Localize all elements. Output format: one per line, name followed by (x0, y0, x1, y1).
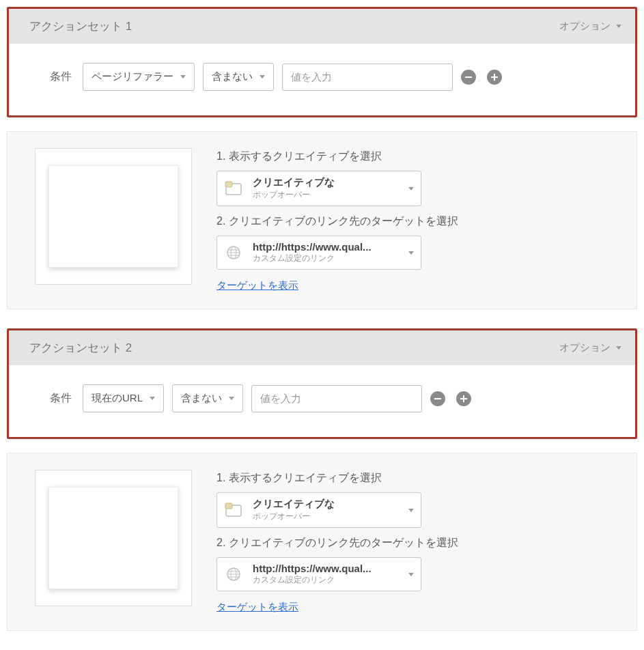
condition-operator-value: 含まない (181, 392, 222, 405)
options-dropdown[interactable]: オプション (559, 20, 621, 33)
options-label: オプション (559, 341, 611, 354)
chevron-down-icon (408, 251, 414, 255)
condition-label: 条件 (50, 70, 72, 84)
condition-row: 条件 ページリファラー 含まない (9, 44, 635, 115)
add-condition-button[interactable] (456, 391, 471, 406)
condition-value-field[interactable] (291, 71, 444, 83)
condition-value-field[interactable] (260, 393, 413, 404)
popover-icon (224, 502, 243, 518)
svg-rect-0 (465, 76, 472, 78)
chevron-down-icon (150, 397, 155, 400)
action-set-header: アクションセット 2 オプション (9, 330, 635, 365)
creative-picker-title: クリエイティブな (253, 176, 399, 189)
creative-picker[interactable]: クリエイティブな ポップオーバー (216, 492, 421, 528)
step1-label: 1. 表示するクリエイティブを選択 (216, 150, 623, 164)
condition-operator-dropdown[interactable]: 含まない (172, 384, 243, 412)
creative-thumbnail-inner (48, 487, 178, 589)
chevron-down-icon (616, 346, 621, 350)
creative-config-1: 1. 表示するクリエイティブを選択 クリエイティブな ポップオーバー 2. クリ… (7, 131, 637, 309)
svg-rect-12 (463, 395, 464, 402)
chevron-down-icon (408, 573, 414, 576)
globe-icon (224, 566, 243, 582)
minus-icon (464, 73, 473, 81)
remove-condition-button[interactable] (461, 70, 476, 85)
popover-icon (224, 180, 243, 197)
svg-rect-10 (434, 398, 441, 399)
action-set-title: アクションセット 1 (29, 18, 132, 34)
options-label: オプション (559, 20, 611, 33)
action-set-1: アクションセット 1 オプション 条件 ページリファラー 含まない (7, 7, 637, 117)
target-picker[interactable]: http://https://www.qual... カスタム設定のリンク (216, 236, 421, 270)
options-dropdown[interactable]: オプション (559, 341, 621, 354)
creative-picker-subtitle: ポップオーバー (253, 511, 399, 522)
remove-condition-button[interactable] (430, 391, 445, 406)
condition-field-value: 現在のURL (92, 392, 143, 405)
condition-field-dropdown[interactable]: 現在のURL (83, 384, 164, 412)
creative-thumbnail (35, 148, 192, 285)
globe-icon (224, 244, 243, 261)
condition-row: 条件 現在のURL 含まない (9, 365, 635, 437)
target-picker-texts: http://https://www.qual... カスタム設定のリンク (253, 563, 399, 586)
condition-field-dropdown[interactable]: ページリファラー (83, 63, 195, 91)
svg-rect-2 (494, 74, 495, 81)
target-picker-subtitle: カスタム設定のリンク (253, 253, 399, 264)
creative-picker-texts: クリエイティブな ポップオーバー (253, 176, 399, 201)
svg-rect-14 (225, 503, 232, 509)
action-set-header: アクションセット 1 オプション (9, 9, 635, 44)
condition-operator-value: 含まない (212, 70, 253, 83)
action-set-title: アクションセット 2 (29, 340, 132, 356)
condition-value-input[interactable] (282, 63, 453, 91)
creative-thumbnail (35, 470, 192, 606)
view-target-link[interactable]: ターゲットを表示 (216, 279, 623, 292)
creative-fields: 1. 表示するクリエイティブを選択 クリエイティブな ポップオーバー 2. クリ… (216, 470, 623, 614)
step1-label: 1. 表示するクリエイティブを選択 (216, 471, 623, 485)
chevron-down-icon (260, 75, 265, 79)
plus-icon (490, 73, 499, 81)
condition-operator-dropdown[interactable]: 含まない (203, 63, 274, 91)
plus-icon (460, 395, 468, 403)
view-target-link[interactable]: ターゲットを表示 (216, 601, 623, 614)
creative-config-2: 1. 表示するクリエイティブを選択 クリエイティブな ポップオーバー 2. クリ… (7, 453, 637, 631)
target-picker-title: http://https://www.qual... (253, 241, 399, 253)
target-picker-subtitle: カスタム設定のリンク (253, 574, 399, 586)
condition-field-value: ページリファラー (92, 70, 173, 83)
chevron-down-icon (616, 25, 621, 28)
svg-rect-4 (225, 182, 232, 187)
condition-value-input[interactable] (251, 385, 422, 412)
creative-fields: 1. 表示するクリエイティブを選択 クリエイティブな ポップオーバー 2. クリ… (216, 148, 623, 292)
creative-picker-texts: クリエイティブな ポップオーバー (253, 498, 399, 522)
creative-thumbnail-inner (48, 165, 178, 268)
target-picker[interactable]: http://https://www.qual... カスタム設定のリンク (216, 557, 421, 591)
creative-picker-title: クリエイティブな (253, 498, 399, 511)
target-picker-title: http://https://www.qual... (253, 563, 399, 574)
minus-icon (434, 395, 442, 403)
chevron-down-icon (180, 75, 186, 79)
condition-label: 条件 (50, 391, 72, 406)
action-set-2: アクションセット 2 オプション 条件 現在のURL 含まない (7, 328, 637, 439)
creative-picker[interactable]: クリエイティブな ポップオーバー (216, 171, 421, 206)
creative-picker-subtitle: ポップオーバー (253, 189, 399, 201)
chevron-down-icon (408, 509, 414, 512)
add-condition-button[interactable] (487, 70, 502, 85)
chevron-down-icon (408, 187, 414, 190)
chevron-down-icon (229, 397, 234, 400)
target-picker-texts: http://https://www.qual... カスタム設定のリンク (253, 241, 399, 264)
step2-label: 2. クリエイティブのリンク先のターゲットを選択 (216, 214, 623, 229)
step2-label: 2. クリエイティブのリンク先のターゲットを選択 (216, 536, 623, 550)
